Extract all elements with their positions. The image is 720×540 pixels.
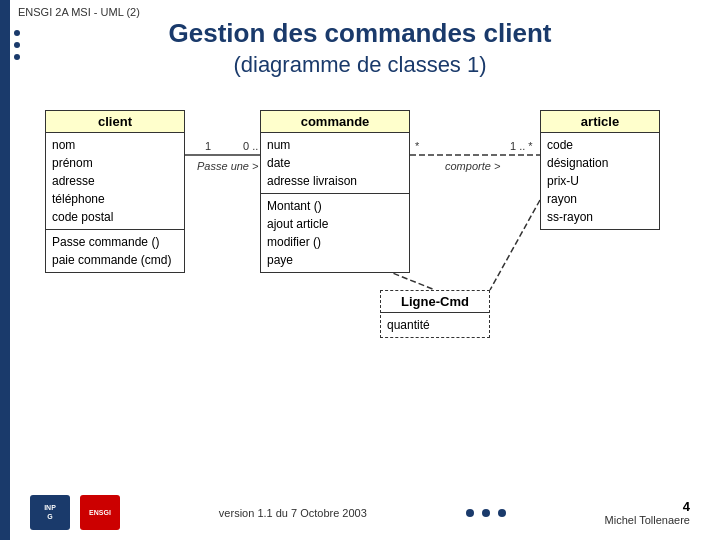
svg-line-3: [490, 200, 540, 290]
left-bullet-dots: [14, 30, 20, 60]
client-attr-nom: nom: [52, 136, 178, 154]
commande-method-paye: paye: [267, 251, 403, 269]
lignecmd-class-box: Ligne-Cmd quantité: [380, 290, 490, 338]
page-footer: INPG ENSGI version 1.1 du 7 Octobre 2003…: [30, 495, 690, 530]
bullet-dot-3: [14, 54, 20, 60]
commande-method-ajout: ajout article: [267, 215, 403, 233]
svg-text:comporte >: comporte >: [445, 160, 501, 172]
footer-author: Michel Tollenaere: [605, 514, 690, 526]
bullet-dot-1: [14, 30, 20, 36]
footer-dot-2: [482, 509, 490, 517]
client-class-methods: Passe commande () paie commande (cmd): [46, 229, 184, 272]
client-class-box: client nom prénom adresse téléphone code…: [45, 110, 185, 273]
article-class-box: article code désignation prix-U rayon ss…: [540, 110, 660, 230]
commande-class-title: commande: [261, 111, 409, 133]
commande-attr-adresse: adresse livraison: [267, 172, 403, 190]
article-class-title: article: [541, 111, 659, 133]
article-attr-rayon: rayon: [547, 190, 653, 208]
client-attr-codepostal: code postal: [52, 208, 178, 226]
bullet-dot-2: [14, 42, 20, 48]
client-class-title: client: [46, 111, 184, 133]
commande-method-montant: Montant (): [267, 197, 403, 215]
course-label: ENSGI 2A MSI - UML (2): [18, 6, 140, 18]
commande-attr-date: date: [267, 154, 403, 172]
svg-text:1: 1: [205, 140, 211, 152]
commande-method-modifier: modifier (): [267, 233, 403, 251]
footer-logos: INPG ENSGI: [30, 495, 120, 530]
uml-diagram: 1 Passe une > 0 .. * * comporte > 1 .. *…: [30, 100, 690, 410]
client-method-passe: Passe commande (): [52, 233, 178, 251]
commande-class-methods: Montant () ajout article modifier () pay…: [261, 193, 409, 272]
article-attr-code: code: [547, 136, 653, 154]
commande-class-attributes: num date adresse livraison: [261, 133, 409, 193]
lignecmd-attr-quantite: quantité: [387, 316, 483, 334]
client-method-paie: paie commande (cmd): [52, 251, 178, 269]
sidebar-accent-bar: [0, 0, 10, 540]
article-class-attributes: code désignation prix-U rayon ss-rayon: [541, 133, 659, 229]
footer-dots: [466, 509, 506, 517]
client-attr-telephone: téléphone: [52, 190, 178, 208]
client-attr-prenom: prénom: [52, 154, 178, 172]
client-attr-adresse: adresse: [52, 172, 178, 190]
commande-attr-num: num: [267, 136, 403, 154]
article-attr-prixu: prix-U: [547, 172, 653, 190]
svg-text:Passe une >: Passe une >: [197, 160, 259, 172]
page-title: Gestion des commandes client: [80, 18, 640, 49]
lignecmd-class-title: Ligne-Cmd: [381, 291, 489, 313]
article-attr-ssrayon: ss-rayon: [547, 208, 653, 226]
commande-class-box: commande num date adresse livraison Mont…: [260, 110, 410, 273]
article-attr-designation: désignation: [547, 154, 653, 172]
footer-dot-3: [498, 509, 506, 517]
page-number: 4: [605, 499, 690, 514]
svg-text:*: *: [415, 140, 420, 152]
lignecmd-class-attributes: quantité: [381, 313, 489, 337]
footer-dot-1: [466, 509, 474, 517]
page-subtitle: (diagramme de classes 1): [80, 52, 640, 78]
client-class-attributes: nom prénom adresse téléphone code postal: [46, 133, 184, 229]
footer-version: version 1.1 du 7 Octobre 2003: [219, 507, 367, 519]
svg-text:1 .. *: 1 .. *: [510, 140, 533, 152]
